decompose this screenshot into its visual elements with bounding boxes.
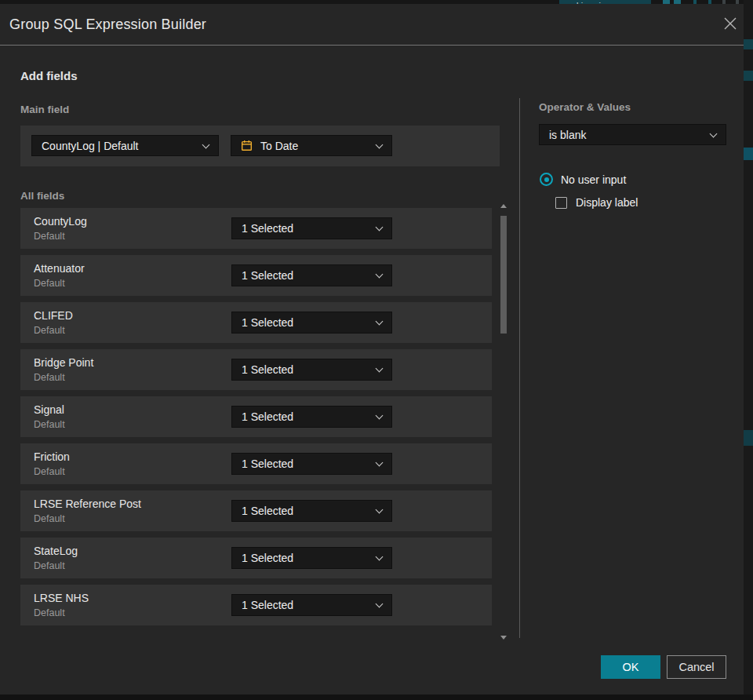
field-selection-dropdown[interactable]: 1 Selected: [231, 453, 392, 475]
field-row: LRSE NHS Default 1 Selected: [20, 585, 492, 625]
display-label-checkbox[interactable]: Display label: [555, 196, 638, 209]
field-name: StateLog: [34, 545, 78, 557]
field-selection-dropdown[interactable]: 1 Selected: [231, 547, 392, 569]
field-row: Signal Default 1 Selected: [20, 396, 492, 437]
field-selection-dropdown[interactable]: 1 Selected: [231, 500, 392, 522]
background-fragment: [744, 39, 753, 49]
dropdown-value: 1 Selected: [242, 458, 293, 470]
field-row: Friction Default 1 Selected: [20, 443, 492, 484]
list-scrollbar[interactable]: [500, 204, 507, 640]
field-subtitle: Default: [34, 325, 65, 336]
field-selection-dropdown[interactable]: 1 Selected: [231, 264, 392, 286]
field-subtitle: Default: [34, 513, 65, 524]
checkbox-label: Display label: [576, 196, 638, 209]
close-icon: [723, 16, 737, 31]
dropdown-value: 1 Selected: [242, 222, 293, 235]
field-subtitle: Default: [34, 560, 65, 571]
group-sql-expression-builder-dialog: Group SQL Expression Builder Add fields …: [0, 4, 744, 695]
chevron-down-icon: [376, 365, 384, 373]
dropdown-value: 1 Selected: [242, 316, 293, 329]
field-subtitle: Default: [34, 466, 65, 477]
field-name: LRSE Reference Post: [34, 498, 141, 510]
dropdown-value: 1 Selected: [242, 552, 293, 564]
field-name: LRSE NHS: [34, 592, 89, 604]
all-fields-label: All fields: [20, 190, 64, 202]
background-app-bottom-edge: [0, 695, 753, 700]
all-fields-list: CountyLog Default 1 Selected Attenuator …: [20, 208, 492, 632]
no-user-input-radio[interactable]: No user input: [540, 173, 626, 186]
chevron-down-icon: [376, 412, 384, 420]
ok-button[interactable]: OK: [601, 655, 660, 679]
field-subtitle: Default: [34, 607, 65, 618]
field-row: CLIFED Default 1 Selected: [20, 302, 492, 343]
panel-divider: [519, 98, 520, 638]
dropdown-value: 1 Selected: [242, 599, 293, 611]
scrollbar-up-arrow-icon[interactable]: [500, 204, 507, 208]
field-row: Attenuator Default 1 Selected: [20, 255, 492, 296]
dropdown-value: 1 Selected: [242, 410, 293, 423]
background-app-right-edge: [744, 0, 753, 700]
field-name: Friction: [34, 450, 70, 463]
chevron-down-icon: [376, 553, 384, 561]
field-name: Bridge Point: [34, 356, 93, 369]
dropdown-value: 1 Selected: [242, 505, 293, 517]
add-fields-heading: Add fields: [20, 69, 78, 82]
main-field-label: Main field: [20, 104, 69, 115]
scrollbar-down-arrow-icon[interactable]: [500, 636, 507, 640]
chevron-down-icon: [376, 140, 384, 148]
field-subtitle: Default: [34, 231, 65, 242]
chevron-down-icon: [710, 129, 718, 137]
field-row: StateLog Default 1 Selected: [20, 538, 492, 578]
field-selection-dropdown[interactable]: 1 Selected: [231, 217, 392, 239]
cancel-button[interactable]: Cancel: [667, 655, 726, 679]
chevron-down-icon: [202, 140, 210, 148]
dropdown-value: To Date: [260, 140, 298, 152]
radio-selected-icon: [540, 173, 553, 186]
field-name: CLIFED: [34, 309, 73, 322]
dropdown-value: 1 Selected: [242, 363, 293, 376]
main-field-container: CountyLog | Default To Date: [20, 126, 500, 166]
field-subtitle: Default: [34, 419, 65, 430]
scrollbar-thumb[interactable]: [500, 216, 507, 334]
operator-values-label: Operator & Values: [539, 101, 631, 113]
field-selection-dropdown[interactable]: 1 Selected: [231, 406, 392, 428]
dropdown-value: is blank: [549, 129, 586, 141]
chevron-down-icon: [376, 506, 384, 514]
dropdown-value: CountyLog | Default: [42, 140, 139, 152]
date-field-dropdown[interactable]: To Date: [231, 135, 392, 156]
close-button[interactable]: [720, 13, 740, 34]
radio-label: No user input: [561, 173, 626, 186]
dialog-title: Group SQL Expression Builder: [9, 16, 206, 33]
background-fragment: [744, 430, 753, 446]
checkbox-unchecked-icon: [555, 197, 567, 209]
field-selection-dropdown[interactable]: 1 Selected: [231, 594, 392, 616]
field-name: Attenuator: [34, 262, 85, 275]
calendar-icon: [241, 140, 253, 151]
operator-dropdown[interactable]: is blank: [539, 124, 726, 145]
field-selection-dropdown[interactable]: 1 Selected: [231, 312, 392, 334]
field-row: CountyLog Default 1 Selected: [20, 208, 492, 249]
background-fragment: [744, 148, 753, 160]
main-field-dropdown[interactable]: CountyLog | Default: [31, 135, 219, 156]
title-divider: [0, 45, 744, 46]
chevron-down-icon: [376, 459, 384, 467]
background-fragment: [744, 71, 753, 81]
field-subtitle: Default: [34, 278, 65, 289]
field-name: Signal: [34, 403, 64, 416]
field-row: LRSE Reference Post Default 1 Selected: [20, 490, 492, 531]
field-row: Bridge Point Default 1 Selected: [20, 349, 492, 390]
chevron-down-icon: [376, 224, 384, 232]
field-selection-dropdown[interactable]: 1 Selected: [231, 359, 392, 381]
dropdown-value: 1 Selected: [242, 269, 293, 282]
chevron-down-icon: [376, 600, 384, 608]
field-subtitle: Default: [34, 372, 65, 383]
chevron-down-icon: [376, 271, 384, 279]
field-name: CountyLog: [34, 215, 87, 228]
chevron-down-icon: [376, 318, 384, 326]
